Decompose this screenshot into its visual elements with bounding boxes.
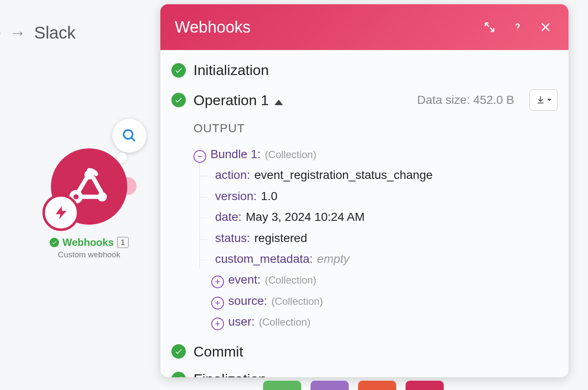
panel-title: Webhooks bbox=[175, 18, 472, 36]
check-icon bbox=[171, 344, 186, 359]
svg-point-5 bbox=[517, 30, 518, 31]
output-block: OUTPUT − Bundle 1: (Collection) action: … bbox=[193, 122, 557, 332]
section-operation-1[interactable]: Operation 1 Data size: 452.0 B bbox=[171, 89, 557, 111]
download-icon bbox=[535, 95, 546, 105]
status-success-icon bbox=[50, 238, 59, 247]
breadcrumb: ke → Slack bbox=[0, 23, 76, 42]
panel-body: Initialization Operation 1 Data size: 45… bbox=[160, 50, 568, 377]
section-commit[interactable]: Commit bbox=[171, 343, 557, 360]
output-tree: − Bundle 1: (Collection) action: event_r… bbox=[193, 144, 557, 332]
expand-button[interactable] bbox=[479, 17, 500, 37]
arrow-right-icon: → bbox=[9, 23, 26, 42]
search-icon bbox=[122, 128, 137, 143]
section-title: Operation 1 bbox=[193, 92, 283, 109]
module-subtitle: Custom webhook bbox=[40, 250, 138, 259]
field-status: status: registered bbox=[211, 228, 557, 248]
check-icon bbox=[171, 63, 186, 78]
collection-hint: (Collection) bbox=[265, 147, 316, 162]
close-button[interactable] bbox=[535, 17, 556, 37]
data-size-label: Data size: 452.0 B bbox=[417, 93, 514, 107]
bolt-icon bbox=[53, 205, 69, 221]
execution-panel: Webhooks Initialization Operation 1 bbox=[160, 4, 568, 377]
execution-count-badge: 1 bbox=[117, 237, 129, 248]
field-event[interactable]: + event: (Collection) bbox=[211, 269, 557, 290]
field-source[interactable]: + source: (Collection) bbox=[211, 290, 557, 311]
field-date: date: May 3, 2024 10:24 AM bbox=[211, 206, 557, 227]
pill-orange[interactable] bbox=[358, 381, 396, 390]
caret-up-icon bbox=[274, 100, 283, 105]
chevron-down-icon bbox=[547, 99, 552, 101]
download-button[interactable] bbox=[529, 89, 557, 111]
field-custom-metadata: custom_metadata: empty bbox=[211, 248, 557, 269]
expand-toggle[interactable]: + bbox=[211, 297, 224, 309]
pill-purple[interactable] bbox=[311, 381, 349, 390]
webhooks-module-node[interactable]: Webhooks 1 Custom webhook bbox=[40, 148, 138, 259]
panel-header: Webhooks bbox=[160, 4, 568, 50]
expand-toggle[interactable]: + bbox=[211, 318, 224, 330]
close-icon bbox=[539, 21, 552, 33]
expand-icon bbox=[483, 21, 496, 33]
section-initialization[interactable]: Initialization bbox=[171, 62, 557, 78]
output-label: OUTPUT bbox=[193, 122, 557, 135]
check-icon bbox=[171, 372, 186, 377]
field-action: action: event_registration_status_change bbox=[211, 164, 557, 185]
collapse-toggle[interactable]: − bbox=[193, 150, 206, 163]
question-icon bbox=[511, 21, 524, 33]
check-icon bbox=[171, 93, 186, 107]
svg-line-1 bbox=[132, 138, 135, 141]
pill-magenta[interactable] bbox=[406, 381, 444, 390]
field-version: version: 1.0 bbox=[211, 186, 557, 206]
bottom-toolbar bbox=[263, 381, 444, 390]
breadcrumb-left: ke bbox=[0, 23, 1, 42]
section-title: Commit bbox=[193, 343, 243, 360]
instant-trigger-badge bbox=[42, 194, 79, 231]
expand-toggle[interactable]: + bbox=[211, 276, 224, 288]
module-name: Webhooks bbox=[62, 237, 114, 248]
field-user[interactable]: + user: (Collection) bbox=[211, 311, 557, 332]
breadcrumb-right: Slack bbox=[34, 23, 76, 42]
bundle-row[interactable]: − Bundle 1: (Collection) bbox=[193, 144, 557, 164]
pill-green[interactable] bbox=[263, 381, 301, 390]
bundle-label: Bundle 1: bbox=[210, 145, 260, 163]
help-button[interactable] bbox=[507, 17, 528, 37]
inspect-bubble[interactable] bbox=[112, 119, 146, 153]
section-finalization[interactable]: Finalization bbox=[171, 371, 557, 377]
section-title: Initialization bbox=[193, 62, 269, 78]
section-title: Finalization bbox=[193, 371, 266, 377]
